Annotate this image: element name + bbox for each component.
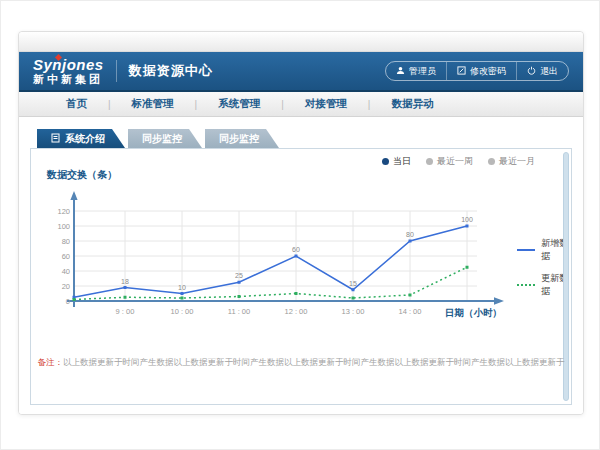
legend-line-sample [517,284,535,286]
user-icon [396,66,405,77]
nav-item-2[interactable]: 系统管理 [197,97,281,111]
tab-0[interactable]: 系统介绍 [37,129,125,148]
nav-item-4[interactable]: 数据异动 [370,97,454,111]
main-nav: 首页|标准管理|系统管理|对接管理|数据异动 [19,92,583,117]
app-window: Synjones 新中新集团 数据资源中心 管理员 修改密码 [18,31,584,415]
window-chrome [19,32,583,52]
tab-1[interactable]: 同步监控 [128,129,202,148]
legend-line-sample [517,249,535,251]
footnote-prefix: 备注： [38,357,64,367]
nav-item-0[interactable]: 首页 [45,97,108,111]
change-password-label: 修改密码 [470,65,506,78]
svg-text:15: 15 [349,280,357,287]
svg-text:100: 100 [57,222,70,231]
tab-bar: 系统介绍同步监控同步监控 [37,129,583,148]
app-header: Synjones 新中新集团 数据资源中心 管理员 修改密码 [19,52,583,92]
power-icon [527,66,536,77]
tab-2[interactable]: 同步监控 [205,129,279,148]
nav-item-3[interactable]: 对接管理 [284,97,368,111]
header-divider [116,60,117,82]
content-panel: 当日最近一周最近一月 数据交换（条） 0204060801001209 : 00… [30,148,572,405]
tab-label: 系统介绍 [65,132,105,146]
svg-text:40: 40 [62,267,70,276]
user-label: 管理员 [409,65,436,78]
edit-icon [457,66,466,77]
radio-option-2[interactable]: 最近一月 [488,155,535,168]
svg-text:10: 10 [178,284,186,291]
svg-text:100: 100 [461,216,473,223]
screenshot-stage: Synjones 新中新集团 数据资源中心 管理员 修改密码 [0,0,600,450]
radio-option-0[interactable]: 当日 [382,155,411,168]
radio-label: 当日 [393,155,411,168]
radio-dot [426,158,433,165]
user-button[interactable]: 管理员 [386,62,446,80]
nav-item-1[interactable]: 标准管理 [111,97,195,111]
change-password-button[interactable]: 修改密码 [446,62,516,80]
logo-text: Synjones [33,57,104,72]
footnote: 备注：以上数据更新于时间产生数据以上数据更新于时间产生数据以上数据更新于时间产生… [38,357,565,369]
logo-subtext: 新中新集团 [33,74,104,85]
svg-text:11 : 00: 11 : 00 [228,307,250,316]
svg-text:60: 60 [292,246,300,253]
radio-label: 最近一月 [499,155,535,168]
logo: Synjones 新中新集团 [33,57,104,85]
svg-text:9 : 00: 9 : 00 [116,307,135,316]
svg-text:80: 80 [406,231,414,238]
svg-text:80: 80 [62,237,70,246]
svg-text:10 : 00: 10 : 00 [171,307,194,316]
radio-label: 最近一周 [437,155,473,168]
radio-dot [382,158,389,165]
line-chart: 0204060801001209 : 0010 : 0011 : 0012 : … [41,185,521,337]
svg-text:25: 25 [235,272,243,279]
tab-label: 同步监控 [219,132,259,146]
time-range-filter: 当日最近一周最近一月 [382,155,535,168]
page-title: 数据资源中心 [129,62,213,80]
footnote-text: 以上数据更新于时间产生数据以上数据更新于时间产生数据以上数据更新于时间产生数据以… [63,357,565,367]
svg-text:20: 20 [62,282,70,291]
y-axis-title: 数据交换（条） [47,168,117,182]
document-icon [51,133,60,145]
svg-text:120: 120 [57,207,70,216]
radio-option-1[interactable]: 最近一周 [426,155,473,168]
svg-text:13 : 00: 13 : 00 [342,307,365,316]
user-menu: 管理员 修改密码 退出 [385,61,569,81]
logout-button[interactable]: 退出 [516,62,568,80]
svg-text:60: 60 [62,252,70,261]
tab-label: 同步监控 [142,132,182,146]
svg-text:0: 0 [66,297,70,306]
content-area: 系统介绍同步监控同步监控 当日最近一周最近一月 数据交换（条） 02040608… [19,117,583,414]
radio-dot [488,158,495,165]
svg-text:日期（小时）: 日期（小时） [445,307,502,319]
svg-text:12 : 00: 12 : 00 [285,307,308,316]
svg-text:18: 18 [121,278,129,285]
logout-label: 退出 [540,65,558,78]
svg-text:14 : 00: 14 : 00 [399,307,422,316]
